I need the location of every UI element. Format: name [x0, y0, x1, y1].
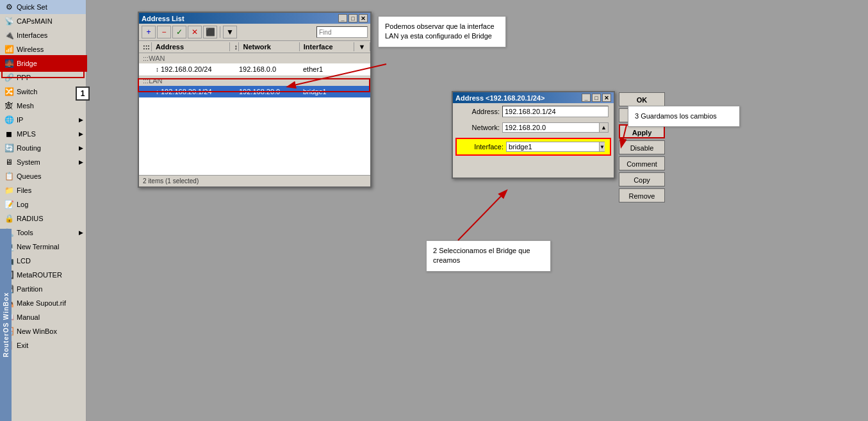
- minimize-button[interactable]: _: [338, 14, 347, 22]
- address-label: Address:: [458, 108, 500, 115]
- sidebar-item-system[interactable]: 🖥 System ▶: [0, 155, 86, 169]
- sidebar-item-new-terminal[interactable]: 💻 New Terminal: [0, 240, 86, 254]
- address-dialog: Address <192.168.20.1/24> _ □ ✕ Address:…: [452, 91, 615, 179]
- th-network: Network: [239, 42, 299, 51]
- td-interface-wan: ether1: [299, 65, 357, 74]
- sidebar-item-mesh[interactable]: 🕸 Mesh: [0, 99, 86, 113]
- interface-combo-btn[interactable]: ▼: [599, 142, 605, 151]
- sidebar-item-manual[interactable]: 📖 Manual: [0, 310, 86, 324]
- th-interface: Interface: [300, 42, 354, 51]
- address-list-titlebar: Address List _ □ ✕: [139, 13, 370, 24]
- network-arrow-btn[interactable]: ▲: [599, 123, 608, 132]
- system-icon: 🖥: [4, 157, 14, 167]
- table-header: ::: Address ↕ Network Interface ▼: [139, 41, 370, 53]
- routeros-winbox-label: RouterOS WinBox: [0, 229, 12, 421]
- quick-set-icon: ⚙: [4, 2, 14, 12]
- sidebar-item-mpls[interactable]: ◼ MPLS ▶: [0, 127, 86, 141]
- td-network-lan: 192.168.20.0: [235, 87, 299, 96]
- add-button[interactable]: +: [142, 26, 156, 38]
- network-label: Network:: [458, 124, 500, 131]
- badge-number: 1: [76, 87, 90, 101]
- ppp-icon: 🔗: [4, 72, 14, 83]
- network-input[interactable]: [503, 123, 599, 132]
- switch-icon: 🔀: [4, 87, 14, 97]
- sidebar-item-bridge[interactable]: 🌉 Bridge: [0, 56, 86, 70]
- queues-icon: 📋: [4, 171, 14, 181]
- ip-arrow: ▶: [79, 117, 83, 123]
- svg-line-1: [458, 191, 506, 240]
- interface-row: Interface: ▼: [455, 138, 611, 156]
- sidebar-item-new-winbox[interactable]: 🪟 New WinBox: [0, 324, 86, 338]
- dialog-close-button[interactable]: ✕: [602, 94, 611, 102]
- callout-right: 3 Guardamos los cambios: [628, 106, 740, 127]
- routing-arrow: ▶: [79, 145, 83, 151]
- close-button[interactable]: ✕: [359, 14, 368, 22]
- address-list-toolbar: + − ✓ ✕ ⬛ ▼: [139, 24, 370, 41]
- wireless-icon: 📶: [4, 44, 14, 54]
- th-sort: ↕: [230, 42, 239, 51]
- address-list-title: Address List: [142, 15, 184, 22]
- group-header-lan: :::LAN: [139, 76, 370, 86]
- row-arrow-icon: ↕: [156, 66, 159, 73]
- sidebar-item-ip[interactable]: 🌐 IP ▶: [0, 113, 86, 127]
- sidebar-item-routing[interactable]: 🔄 Routing ▶: [0, 141, 86, 155]
- sidebar-item-lcd[interactable]: 📺 LCD: [0, 254, 86, 268]
- sidebar-item-tools[interactable]: 🔧 Tools ▶: [0, 226, 86, 240]
- copy-icon-button[interactable]: ⬛: [203, 26, 217, 38]
- sidebar-item-switch[interactable]: 🔀 Switch: [0, 85, 86, 99]
- sidebar-item-interfaces[interactable]: 🔌 Interfaces: [0, 28, 86, 42]
- dialog-maximize-button[interactable]: □: [592, 94, 601, 102]
- address-dialog-titlebar: Address <192.168.20.1/24> _ □ ✕: [453, 92, 614, 103]
- sidebar-item-metarouter[interactable]: 🔲 MetaROUTER: [0, 268, 86, 282]
- filter-button[interactable]: ▼: [223, 26, 237, 38]
- address-list-window: Address List _ □ ✕ + − ✓ ✕ ⬛ ▼ ::: Addre…: [138, 12, 372, 188]
- arrows-overlay: [0, 0, 868, 421]
- capsman-icon: 📡: [4, 16, 14, 26]
- interface-label: Interface:: [462, 143, 504, 151]
- sidebar: ⚙ Quick Set 📡 CAPsMAIN 🔌 Interfaces 📶 Wi…: [0, 0, 86, 421]
- sidebar-item-radius[interactable]: 🔒 RADIUS: [0, 211, 86, 226]
- sidebar-item-capsman[interactable]: 📡 CAPsMAIN: [0, 14, 86, 28]
- sidebar-item-exit[interactable]: 🚪 Exit: [0, 338, 86, 352]
- find-input[interactable]: [316, 26, 368, 38]
- td-interface-lan: bridge1: [299, 87, 357, 96]
- row-indicator-lan: [139, 91, 152, 92]
- sidebar-item-queues[interactable]: 📋 Queues: [0, 169, 86, 183]
- sidebar-item-make-supout[interactable]: 📤 Make Supout.rif: [0, 296, 86, 310]
- td-address-wan: ↕ 192.168.0.20/24: [152, 65, 235, 74]
- interface-input[interactable]: [507, 142, 599, 151]
- sidebar-item-log[interactable]: 📝 Log: [0, 197, 86, 211]
- remove-button[interactable]: −: [157, 26, 171, 38]
- remove-button[interactable]: Remove: [619, 188, 665, 202]
- table-row-lan[interactable]: ↕ 192.168.20.1/24 192.168.20.0 bridge1: [139, 86, 370, 98]
- sidebar-item-partition[interactable]: 💾 Partition: [0, 282, 86, 296]
- ok-button[interactable]: OK: [619, 92, 665, 106]
- mpls-icon: ◼: [4, 129, 14, 139]
- tools-arrow: ▶: [79, 229, 83, 236]
- sidebar-item-files[interactable]: 📁 Files: [0, 183, 86, 197]
- dialog-empty-space: [453, 158, 614, 177]
- radius-icon: 🔒: [4, 213, 14, 224]
- sidebar-item-ppp[interactable]: 🔗 PPP: [0, 70, 86, 85]
- comment-button[interactable]: Comment: [619, 156, 665, 170]
- copy-button[interactable]: Copy: [619, 172, 665, 186]
- toolbar-separator: [220, 26, 220, 38]
- check-button[interactable]: ✓: [172, 26, 186, 38]
- mesh-icon: 🕸: [4, 101, 14, 111]
- th-more: ▼: [354, 42, 370, 51]
- row-arrow-icon-lan: ↕: [156, 88, 159, 95]
- table-row-wan[interactable]: ↕ 192.168.0.20/24 192.168.0.0 ether1: [139, 63, 370, 76]
- cross-button[interactable]: ✕: [188, 26, 202, 38]
- sidebar-item-wireless[interactable]: 📶 Wireless: [0, 42, 86, 56]
- address-input[interactable]: [502, 106, 609, 117]
- table-body: :::WAN ↕ 192.168.0.20/24 192.168.0.0 eth…: [139, 53, 370, 175]
- log-icon: 📝: [4, 199, 14, 210]
- dialog-minimize-button[interactable]: _: [582, 94, 591, 102]
- group-header-wan: :::WAN: [139, 53, 370, 63]
- titlebar-buttons: _ □ ✕: [338, 14, 368, 22]
- routing-icon: 🔄: [4, 143, 14, 153]
- maximize-button[interactable]: □: [348, 14, 357, 22]
- disable-button[interactable]: Disable: [619, 140, 665, 154]
- mpls-arrow: ▶: [79, 131, 83, 137]
- sidebar-item-quick-set[interactable]: ⚙ Quick Set: [0, 0, 86, 14]
